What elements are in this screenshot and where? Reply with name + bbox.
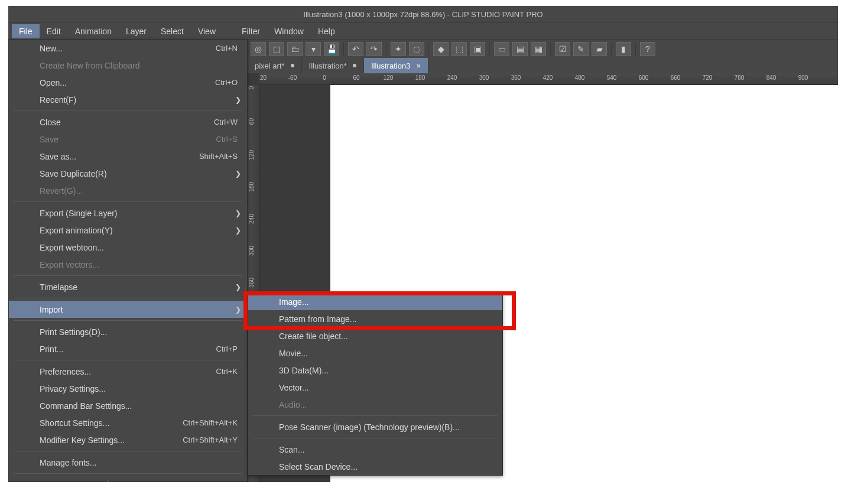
menu-item[interactable]: Scan... <box>248 441 502 458</box>
menu-item-label: Audio... <box>279 400 493 409</box>
highlight-icon[interactable]: ▰ <box>592 42 607 56</box>
chevron-icon[interactable]: ▾ <box>306 42 321 56</box>
menu-item[interactable]: Connect to smartphone... <box>9 476 247 482</box>
menu-item[interactable]: CloseCtrl+W <box>9 113 247 131</box>
menu-item[interactable]: Select Scan Device... <box>248 458 502 475</box>
menu-item[interactable]: Shortcut Settings...Ctrl+Shift+Alt+K <box>9 414 247 431</box>
menu-item[interactable]: Import❯ <box>9 301 247 318</box>
menu-item[interactable]: Create file object... <box>248 327 502 344</box>
menu-help[interactable]: Help <box>311 24 342 38</box>
menu-item-label: Command Bar Settings... <box>40 401 238 411</box>
close-icon[interactable]: × <box>416 61 421 70</box>
menu-animation[interactable]: Animation <box>68 24 119 38</box>
device-icon[interactable]: ▮ <box>616 42 631 56</box>
doc-tab-label: pixel art* <box>255 61 285 70</box>
menu-separator <box>14 320 242 321</box>
menu-item[interactable]: Preferences...Ctrl+K <box>9 363 247 380</box>
save-icon[interactable]: 💾 <box>324 42 339 56</box>
menu-separator <box>14 298 242 298</box>
menu-item-label: Export webtoon... <box>40 243 238 252</box>
ruler-tick: 360 <box>511 74 521 81</box>
menu-item[interactable]: Open...Ctrl+O <box>9 74 247 91</box>
menu-item[interactable]: Export webtoon... <box>9 239 247 256</box>
redo-icon[interactable]: ↷ <box>366 42 382 56</box>
ruler-tick: 180 <box>415 74 425 81</box>
menu-window[interactable]: Window <box>267 24 311 38</box>
line-icon[interactable]: ☑ <box>555 42 570 56</box>
menu-item[interactable]: Image... <box>248 293 502 310</box>
menu-item[interactable]: Print Settings(D)... <box>9 323 247 340</box>
ruler-tick: 0 <box>249 86 255 90</box>
menu-item[interactable]: 3D Data(M)... <box>248 362 502 379</box>
draw-icon[interactable]: ✎ <box>573 42 589 56</box>
doc-tab[interactable]: Illustration* <box>302 58 364 73</box>
menu-item-label: Image... <box>279 297 493 307</box>
canvas-icon[interactable]: ▦ <box>531 42 546 56</box>
ruler-tick: 840 <box>766 74 776 81</box>
menu-item-label: Export animation(Y) <box>40 226 238 235</box>
ruler-tick: 900 <box>798 74 808 81</box>
menu-file[interactable]: File <box>12 24 40 38</box>
crop-icon[interactable]: ▣ <box>470 42 485 56</box>
menu-shortcut: Ctrl+W <box>214 118 238 126</box>
help-icon[interactable]: ? <box>640 42 655 56</box>
menu-item[interactable]: Timelapse❯ <box>9 278 247 295</box>
doc-tab[interactable]: Illustration3× <box>364 58 428 73</box>
menu-item-label: Manage fonts... <box>40 458 238 467</box>
ruler-tick: 720 <box>703 74 713 81</box>
menu-item[interactable]: Recent(F)❯ <box>9 91 247 108</box>
modified-dot-icon <box>291 64 294 67</box>
menu-item[interactable]: Pose Scanner (image) (Technology preview… <box>248 418 502 435</box>
new-doc-icon[interactable]: ▢ <box>269 42 284 56</box>
menu-select[interactable]: Select <box>154 24 191 38</box>
doc-tab-label: Illustration* <box>309 61 347 70</box>
menu-item[interactable]: Command Bar Settings... <box>9 397 247 414</box>
bucket-icon[interactable]: ⬚ <box>451 42 467 56</box>
menu-item[interactable]: Export (Single Layer)❯ <box>9 204 247 222</box>
select-icon[interactable]: ▭ <box>494 42 509 56</box>
menu-filter[interactable]: Filter <box>235 24 267 38</box>
menu-edit[interactable]: Edit <box>40 24 68 38</box>
menu-layer[interactable]: Layer <box>119 24 154 38</box>
menu-item: Audio... <box>248 396 502 413</box>
chevron-right-icon: ❯ <box>235 283 241 291</box>
ruler-tick: 540 <box>607 74 617 81</box>
doc-tab-label: Illustration3 <box>371 61 410 70</box>
menu-bar: FileEditAnimationLayerSelectViewFilterWi… <box>8 22 838 39</box>
fill-icon[interactable]: ◆ <box>433 42 449 56</box>
menu-item[interactable]: Privacy Settings... <box>9 380 247 397</box>
menu-shortcut: Ctrl+P <box>216 344 238 353</box>
undo-icon[interactable]: ↶ <box>348 42 363 56</box>
menu-item-label: Connect to smartphone... <box>40 480 238 483</box>
scale-icon[interactable]: ▤ <box>512 42 528 56</box>
menu-item[interactable]: Print...Ctrl+P <box>9 340 247 357</box>
menu-item[interactable]: Pattern from Image... <box>248 310 502 327</box>
clear-icon[interactable]: ✦ <box>391 42 406 56</box>
app-window: Illustration3 (1000 x 1000px 72dpi 88.6%… <box>8 6 838 482</box>
ruler-tick: 240 <box>447 74 457 81</box>
menu-shortcut: Ctrl+Shift+Alt+Y <box>183 435 238 444</box>
menu-item[interactable]: Vector... <box>248 379 502 396</box>
menu-item[interactable]: Save as...Shift+Alt+S <box>9 148 247 165</box>
menu-separator <box>14 275 242 276</box>
menu-shortcut: Ctrl+S <box>216 135 238 144</box>
menu-item[interactable]: Manage fonts... <box>9 454 247 471</box>
menu-shortcut: Ctrl+N <box>216 44 238 53</box>
ruler-tick: 360 <box>249 278 255 288</box>
open-folder-icon[interactable]: 🗀 <box>287 42 303 56</box>
erase-icon[interactable]: ◌ <box>409 42 424 56</box>
ruler-tick: 60 <box>353 74 359 81</box>
menu-item[interactable]: Modifier Key Settings...Ctrl+Shift+Alt+Y <box>9 431 247 448</box>
menu-view[interactable]: View <box>191 24 223 38</box>
menu-item[interactable]: New...Ctrl+N <box>9 40 247 57</box>
menu-item[interactable]: Save Duplicate(R)❯ <box>9 165 247 182</box>
menu-item-label: Revert(G)... <box>40 186 238 196</box>
menu-separator <box>14 473 242 474</box>
menu-item[interactable]: Movie... <box>248 344 502 362</box>
menu-item-label: Recent(F) <box>40 95 238 105</box>
doc-tab[interactable]: pixel art* <box>248 58 302 73</box>
menu-item-label: Print Settings(D)... <box>40 327 238 337</box>
ruler-tick: 240 <box>249 214 255 224</box>
clip-icon[interactable]: ◎ <box>251 42 266 56</box>
menu-item[interactable]: Export animation(Y)❯ <box>9 222 247 239</box>
